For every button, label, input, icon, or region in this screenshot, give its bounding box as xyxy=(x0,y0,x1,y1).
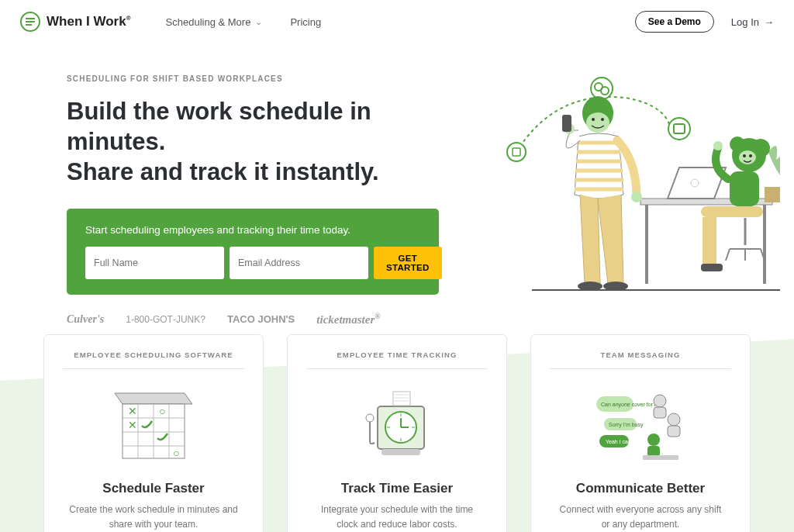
hero-content: SCHEDULING FOR SHIFT BASED WORKPLACES Bu… xyxy=(67,74,439,326)
svg-point-26 xyxy=(601,118,604,121)
card-time-tracking: EMPLOYEE TIME TRACKING xyxy=(287,334,507,532)
svg-point-16 xyxy=(749,154,752,157)
svg-point-25 xyxy=(592,118,595,121)
login-link[interactable]: Log In → xyxy=(731,16,774,28)
calendar-illustration: ✕ ○ ✕ ○ xyxy=(63,383,244,468)
card-desc: Create the work schedule in minutes and … xyxy=(63,503,244,531)
svg-point-18 xyxy=(713,141,723,150)
svg-rect-53 xyxy=(381,449,420,455)
email-field[interactable] xyxy=(230,247,368,279)
svg-rect-21 xyxy=(701,264,723,271)
svg-point-3 xyxy=(668,118,690,140)
brand-culvers: Culver's xyxy=(67,313,104,326)
signup-prompt: Start scheduling employees and tracking … xyxy=(85,224,420,236)
card-desc: Integrate your schedule with the time cl… xyxy=(306,503,488,531)
svg-point-15 xyxy=(743,154,746,157)
svg-text:○: ○ xyxy=(159,405,165,417)
hero-eyebrow: SCHEDULING FOR SHIFT BASED WORKPLACES xyxy=(67,74,439,83)
svg-rect-20 xyxy=(703,217,716,264)
header-actions: See a Demo Log In → xyxy=(635,11,774,33)
card-eyebrow: TEAM MESSAGING xyxy=(550,351,731,369)
messaging-illustration: Can anyone cover for me? Sorry I'm busy … xyxy=(550,383,731,468)
svg-rect-28 xyxy=(562,115,571,132)
primary-nav: Scheduling & More ⌄ Pricing xyxy=(166,16,322,28)
brand-logos: Culver's 1-800-GOT-JUNK? TACO JOHN'S tic… xyxy=(67,312,439,326)
see-demo-button[interactable]: See a Demo xyxy=(635,11,714,33)
nav-pricing[interactable]: Pricing xyxy=(290,16,321,28)
svg-rect-54 xyxy=(393,392,410,406)
svg-point-13 xyxy=(730,136,745,152)
svg-rect-32 xyxy=(765,187,780,202)
arrow-right-icon: → xyxy=(764,16,774,28)
card-scheduling: EMPLOYEE SCHEDULING SOFTWARE ✕ ○ ✕ xyxy=(43,334,264,532)
svg-rect-71 xyxy=(643,455,678,460)
site-header: When I Work® Scheduling & More ⌄ Pricing… xyxy=(0,0,794,43)
svg-point-58 xyxy=(366,414,374,422)
hero: SCHEDULING FOR SHIFT BASED WORKPLACES Bu… xyxy=(0,43,794,334)
brand-gotjunk: 1-800-GOT-JUNK? xyxy=(126,314,205,325)
svg-rect-17 xyxy=(730,171,759,206)
chevron-down-icon: ⌄ xyxy=(255,17,262,27)
svg-point-24 xyxy=(586,112,609,133)
svg-rect-66 xyxy=(654,407,666,418)
svg-point-29 xyxy=(631,192,642,202)
svg-text:Sorry I'm busy: Sorry I'm busy xyxy=(609,422,644,428)
people-desk-illustration xyxy=(470,74,780,292)
login-text: Log In xyxy=(731,16,759,28)
brand-tacojohns: TACO JOHN'S xyxy=(227,313,295,325)
logo-icon xyxy=(20,12,40,32)
nav-scheduling[interactable]: Scheduling & More ⌄ xyxy=(166,16,263,28)
hero-illustration xyxy=(462,74,780,326)
brand-ticketmaster: ticketmaster® xyxy=(316,312,380,326)
svg-point-69 xyxy=(647,434,660,446)
features-section: EMPLOYEE SCHEDULING SOFTWARE ✕ ○ ✕ xyxy=(0,334,794,532)
svg-text:Yeah I can!: Yeah I can! xyxy=(606,439,633,444)
card-title: Schedule Faster xyxy=(63,481,244,496)
card-title: Track Time Easier xyxy=(306,481,488,496)
svg-text:✕: ✕ xyxy=(128,419,137,431)
timeclock-illustration xyxy=(306,383,488,468)
svg-point-67 xyxy=(668,413,680,426)
nav-scheduling-label: Scheduling & More xyxy=(166,16,251,28)
svg-text:○: ○ xyxy=(173,447,179,459)
logo-text: When I Work® xyxy=(47,14,131,29)
signup-form: Start scheduling employees and tracking … xyxy=(67,209,439,295)
svg-point-5 xyxy=(507,143,526,161)
svg-text:✕: ✕ xyxy=(128,405,137,417)
page-title: Build the work schedule in minutes. Shar… xyxy=(67,97,439,187)
full-name-field[interactable] xyxy=(85,247,224,279)
logo[interactable]: When I Work® xyxy=(20,12,131,32)
card-desc: Connect with everyone across any shift o… xyxy=(550,503,731,531)
get-started-button[interactable]: GET STARTED xyxy=(374,247,442,279)
svg-rect-68 xyxy=(668,426,680,437)
svg-rect-70 xyxy=(647,446,660,457)
svg-point-65 xyxy=(654,395,666,407)
svg-rect-19 xyxy=(701,206,763,217)
card-eyebrow: EMPLOYEE TIME TRACKING xyxy=(306,351,488,369)
card-eyebrow: EMPLOYEE SCHEDULING SOFTWARE xyxy=(63,351,244,369)
nav-pricing-label: Pricing xyxy=(290,16,321,28)
card-messaging: TEAM MESSAGING Can anyone cover for me? … xyxy=(530,334,751,532)
card-title: Communicate Better xyxy=(550,481,731,496)
